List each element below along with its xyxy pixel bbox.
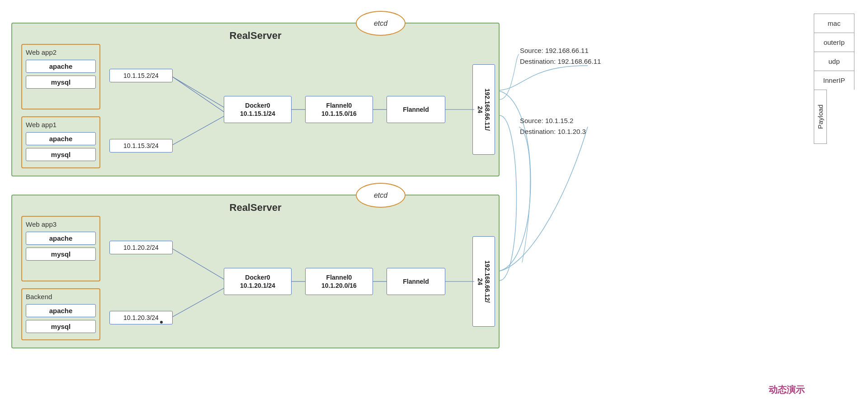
server1-flannel0-line1: Flannel0	[326, 102, 352, 109]
server1-flannel0-line2: 10.1.15.0/16	[321, 110, 357, 117]
server1-iface-line2: 24	[476, 106, 484, 113]
server2-ip1: 10.1.20.2/24	[109, 241, 173, 254]
packet-outerip: outerIp	[814, 33, 854, 52]
server1-ip1: 10.1.15.2/24	[109, 69, 173, 82]
svg-line-2	[173, 116, 224, 145]
server2-title: RealServer	[230, 202, 282, 214]
info1-source-label: Source:	[520, 47, 545, 54]
server2-iface-line1: 192.168.66.12/	[484, 260, 491, 302]
real-server-1: etcd RealServer Web app2 apache mysql We…	[11, 23, 500, 176]
server2-docker0-line1: Docker0	[245, 274, 270, 281]
packet-payload: Payload	[814, 90, 827, 144]
etcd-label-1: etcd	[374, 19, 387, 28]
info1-dest-label: Destination:	[520, 57, 557, 65]
server1-title: RealServer	[230, 30, 282, 42]
real-server-2: etcd RealServer Web app3 apache mysql Ba…	[11, 195, 500, 348]
webapp3-container: Web app3 apache mysql	[21, 216, 100, 281]
svg-line-1	[173, 77, 224, 112]
server2-docker0-line2: 10.1.20.1/24	[240, 282, 275, 289]
server2-interface: 192.168.66.12/ 24	[472, 236, 495, 327]
svg-line-7	[173, 288, 224, 317]
server2-flannel0-line2: 10.1.20.0/16	[321, 282, 357, 289]
server2-flanneld: Flanneld	[387, 268, 445, 295]
server1-flanneld-label: Flanneld	[403, 106, 429, 113]
info2-dest-value: 10.1.20.3	[557, 128, 586, 135]
webapp2-container: Web app2 apache mysql	[21, 44, 100, 110]
webapp2-mysql: mysql	[26, 76, 96, 89]
webapp1-container: Web app1 apache mysql	[21, 116, 100, 168]
svg-line-0	[173, 77, 224, 107]
server1-ip2: 10.1.15.3/24	[109, 139, 173, 152]
webapp3-apache: apache	[26, 232, 96, 245]
server2-flannel0-line1: Flannel0	[326, 274, 352, 281]
server1-interface: 192.168.66.11/ 24	[472, 64, 495, 155]
backend-title: Backend	[26, 293, 96, 300]
webapp2-apache: apache	[26, 60, 96, 73]
etcd-ellipse-1: etcd	[356, 11, 406, 36]
server1-docker0-line2: 10.1.15.1/24	[240, 110, 275, 117]
svg-line-6	[173, 249, 224, 279]
etcd-ellipse-2: etcd	[356, 183, 406, 208]
packet-mac: mac	[814, 14, 854, 33]
packet-udp: udp	[814, 52, 854, 71]
webapp1-mysql: mysql	[26, 148, 96, 161]
packet-panel: mac outerIp udp InnerIP Payload	[814, 14, 854, 144]
etcd-label-2: etcd	[374, 191, 387, 200]
server2-docker0: Docker0 10.1.20.1/24	[224, 268, 292, 295]
server2-flannel0: Flannel0 10.1.20.0/16	[305, 268, 373, 295]
webapp1-apache: apache	[26, 132, 96, 145]
webapp3-title: Web app3	[26, 220, 96, 228]
server1-docker0-line1: Docker0	[245, 102, 270, 109]
webapp2-title: Web app2	[26, 48, 96, 56]
backend-mysql: mysql	[26, 320, 96, 333]
info2-source-label: Source:	[520, 117, 545, 124]
info-box-1: Source: 192.168.66.11 Destination: 192.1…	[520, 45, 601, 67]
info2-source-value: 10.1.15.2	[545, 117, 574, 124]
info2-dest-label: Destination:	[520, 128, 557, 135]
info1-dest-value: 192.168.66.11	[557, 57, 601, 65]
server1-flanneld: Flanneld	[387, 96, 445, 123]
server2-ip2: 10.1.20.3/24	[109, 311, 173, 324]
server1-iface-line1: 192.168.66.11/	[484, 88, 491, 130]
server2-iface-line2: 24	[476, 278, 484, 285]
dynamic-demo-label: 动态演示	[769, 384, 805, 396]
packet-innerip: InnerIP	[814, 71, 854, 90]
webapp3-mysql: mysql	[26, 248, 96, 261]
server2-flanneld-label: Flanneld	[403, 278, 429, 285]
backend-container: Backend apache mysql	[21, 288, 100, 340]
info-box-2: Source: 10.1.15.2 Destination: 10.1.20.3	[520, 115, 586, 137]
info1-source-value: 192.168.66.11	[545, 47, 589, 54]
server1-flannel0: Flannel0 10.1.15.0/16	[305, 96, 373, 123]
backend-apache: apache	[26, 304, 96, 317]
webapp1-title: Web app1	[26, 121, 96, 129]
server1-docker0: Docker0 10.1.15.1/24	[224, 96, 292, 123]
